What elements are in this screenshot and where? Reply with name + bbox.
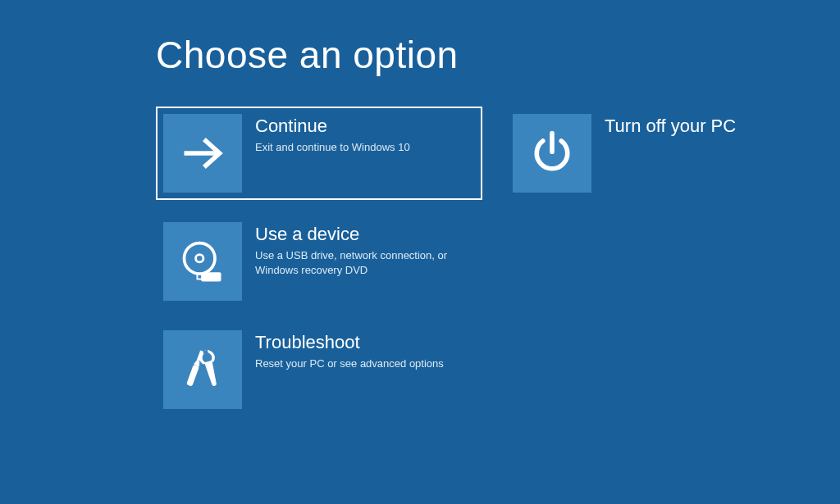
svg-rect-3 [201, 272, 221, 281]
option-turn-off-pc-title: Turn off your PC [605, 116, 736, 137]
option-use-a-device[interactable]: Use a device Use a USB drive, network co… [156, 215, 482, 308]
option-continue-title: Continue [255, 116, 410, 137]
svg-rect-8 [186, 364, 199, 386]
option-troubleshoot-desc: Reset your PC or see advanced options [255, 356, 444, 371]
svg-point-1 [185, 243, 216, 275]
option-continue[interactable]: Continue Exit and continue to Windows 10 [156, 107, 482, 200]
power-icon [513, 114, 591, 193]
option-troubleshoot-title: Troubleshoot [255, 332, 444, 353]
svg-rect-5 [198, 275, 201, 279]
option-use-a-device-desc: Use a USB drive, network connection, or … [255, 248, 465, 277]
disc-usb-icon [163, 222, 242, 301]
option-troubleshoot[interactable]: Troubleshoot Reset your PC or see advanc… [156, 323, 482, 416]
option-use-a-device-title: Use a device [255, 224, 465, 245]
arrow-right-icon [163, 114, 242, 193]
page-title: Choose an option [156, 33, 840, 77]
tools-icon [163, 330, 242, 409]
option-continue-desc: Exit and continue to Windows 10 [255, 140, 410, 155]
svg-point-2 [196, 255, 203, 262]
recovery-options-screen: Choose an option Continue Exit and conti… [0, 0, 840, 416]
option-turn-off-pc[interactable]: Turn off your PC [505, 107, 776, 200]
